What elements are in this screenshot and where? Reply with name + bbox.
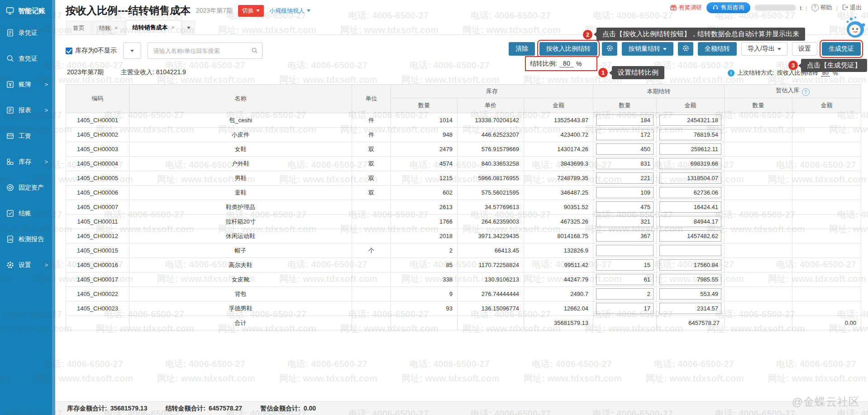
sidebar-item-fixed-assets[interactable]: 固定资产: [0, 175, 55, 200]
cell-trans-amount: 7985.55: [657, 272, 725, 287]
cell-inv-amount: 12662.04: [524, 301, 593, 316]
sidebar-item-ledger[interactable]: 账簿>: [0, 72, 55, 97]
phone-url-watermark: 电话: 4006-6500-27网址: www.tdxsoft.com: [532, 357, 622, 386]
close-icon[interactable]: ×: [114, 24, 118, 31]
table-row: 1405_CH00017女皮靴338130.910621344247.79617…: [66, 272, 861, 287]
cell-est-qty: [725, 186, 792, 200]
cell-trans-qty: 450: [593, 142, 657, 157]
cell-est-amount: [792, 229, 861, 243]
carryover-qty-input[interactable]: 172: [596, 129, 653, 140]
income-ratio-settings-button[interactable]: [602, 42, 617, 56]
carryover-amount-input[interactable]: 698319.66: [659, 158, 721, 169]
sidebar-item-salary[interactable]: 工资: [0, 123, 55, 149]
carryover-qty-input[interactable]: 831: [596, 158, 653, 169]
carryover-qty-input[interactable]: 450: [596, 143, 653, 155]
carryover-amount-input[interactable]: 62736.06: [659, 187, 721, 198]
carryover-amount-input[interactable]: 17560.84: [659, 259, 721, 271]
cell-inv-price: 576.91579669: [458, 142, 524, 157]
tab-list-dropdown-button[interactable]: [182, 21, 195, 34]
logout-link[interactable]: 退出: [842, 4, 862, 12]
sidebar-item-reports[interactable]: 报表>: [0, 97, 55, 123]
close-icon[interactable]: ×: [172, 24, 175, 31]
search-input[interactable]: [153, 43, 249, 58]
cell-trans-qty: 321: [593, 215, 657, 229]
assistant-mascot[interactable]: [843, 15, 866, 42]
sidebar-item-search-voucher[interactable]: 查凭证: [0, 46, 55, 72]
help-link[interactable]: ? 帮助: [811, 4, 832, 12]
phone-url-watermark: 电话: 4006-6500-27网址: www.tdxsoft.com: [287, 357, 377, 386]
carryover-qty-input[interactable]: 475: [596, 201, 653, 213]
carryover-amount-input[interactable]: 259612.11: [659, 143, 721, 155]
cell-trans-amount: 553.49: [657, 287, 725, 301]
help-circle-icon[interactable]: ?: [802, 88, 810, 96]
carryover-by-income-ratio-button[interactable]: 按收入比例结转: [539, 42, 597, 56]
carryover-amount-input[interactable]: [659, 245, 721, 256]
sidebar-item-settings[interactable]: 设置>: [0, 252, 55, 278]
table-body: 1405_CH00001包_ceshi件101413338.7020414213…: [66, 113, 861, 330]
table-row: 1405_CH00016高尔夫鞋851170.7225882499511.421…: [66, 258, 861, 272]
carryover-amount-input[interactable]: 76819.54: [659, 129, 721, 140]
carryover-amount-input[interactable]: 553.49: [659, 288, 721, 300]
carryover-amount-input[interactable]: 16424.41: [659, 201, 721, 213]
carryover-amount-input[interactable]: 7985.55: [659, 274, 721, 285]
carryover-amount-input[interactable]: 84944.17: [659, 216, 721, 227]
sidebar-scrollbar[interactable]: [52, 0, 55, 415]
taxpayer-type-link[interactable]: 小规模纳税人: [269, 7, 310, 15]
sidebar-item-inventory[interactable]: 库存>: [0, 149, 55, 175]
filter-dropdown-button[interactable]: [123, 43, 141, 59]
import-export-button[interactable]: 导入/导出: [741, 42, 787, 56]
cell-name: 童鞋: [129, 186, 352, 200]
cell-inv-qty: 85: [391, 258, 458, 272]
tab-home[interactable]: 首页: [66, 21, 91, 34]
sales-settings-button[interactable]: [678, 42, 693, 56]
carryover-qty-input[interactable]: 15: [596, 259, 653, 271]
cell-trans-qty: 17: [593, 301, 657, 316]
phone-url-watermark: 电话: 4006-6500-27网址: www.tdxsoft.com: [165, 357, 255, 386]
clear-button[interactable]: 清除: [509, 42, 535, 56]
sidebar-item-check-report[interactable]: 检测报告: [0, 226, 55, 252]
carryover-qty-input[interactable]: 221: [596, 172, 653, 184]
gear-icon: [606, 44, 614, 53]
tab-closing[interactable]: 结账×: [92, 21, 125, 34]
cell-est-qty: [725, 301, 792, 316]
cell-est-amount: [792, 157, 861, 171]
carryover-qty-input[interactable]: 367: [596, 230, 653, 242]
after-sales-support-button[interactable]: 售后咨询: [706, 2, 750, 13]
carryover-amount-input[interactable]: 1457482.62: [659, 230, 721, 242]
cell-inv-qty: 4574: [391, 157, 458, 171]
sidebar-item-closing[interactable]: 结账: [0, 200, 55, 226]
carryover-qty-input[interactable]: 2: [596, 288, 653, 300]
table-row: 1405_CH00002小皮件件948446.62523207423400.72…: [66, 128, 861, 142]
cell-inv-price: 5966.08176955: [458, 171, 524, 186]
cell-est-amount: [792, 113, 861, 128]
carryover-qty-input[interactable]: 184: [596, 114, 653, 126]
voucher-search-icon: [6, 54, 14, 63]
carryover-amount-input[interactable]: 1318504.07: [659, 172, 721, 184]
settings-button[interactable]: 设置: [792, 42, 817, 56]
settings-gear-icon: [6, 261, 14, 269]
cell-est-amount: [792, 243, 861, 258]
cell-inv-price: 264.62359003: [458, 215, 524, 229]
carryover-qty-input[interactable]: 321: [596, 216, 653, 227]
carryover-qty-input[interactable]: 109: [596, 187, 653, 198]
estimated-amount-total: 0.00: [304, 405, 316, 413]
tab-carryover-cost[interactable]: 结转销售成本×: [126, 20, 182, 35]
carryover-amount-input[interactable]: 2314.57: [659, 303, 721, 314]
carryover-by-sales-button[interactable]: 按销量结转: [622, 42, 673, 56]
carryover-qty-input[interactable]: 61: [596, 274, 653, 285]
hide-zero-stock-checkbox[interactable]: [66, 48, 72, 54]
generate-voucher-button[interactable]: 生成凭证: [822, 42, 861, 56]
survey-link[interactable]: 有奖调研: [670, 4, 702, 12]
full-amount-carryover-button[interactable]: 全额结转: [698, 42, 737, 56]
info-icon[interactable]: i: [728, 70, 734, 76]
switch-period-button[interactable]: 切换: [238, 5, 264, 17]
carryover-qty-input[interactable]: 17: [596, 303, 653, 314]
table-row: 1405_CH00023孚德男鞋93136.1509677412662.0417…: [66, 301, 861, 316]
carryover-amount-input[interactable]: 2454321.18: [659, 114, 721, 126]
total-label: 合计: [129, 316, 352, 330]
sidebar-item-entry-voucher[interactable]: 录凭证: [0, 20, 55, 46]
ratio-input[interactable]: 80: [559, 60, 574, 67]
carryover-qty-input[interactable]: [596, 245, 653, 256]
cell-trans-qty: 61: [593, 272, 657, 287]
cell-inv-qty: 9: [391, 287, 458, 301]
